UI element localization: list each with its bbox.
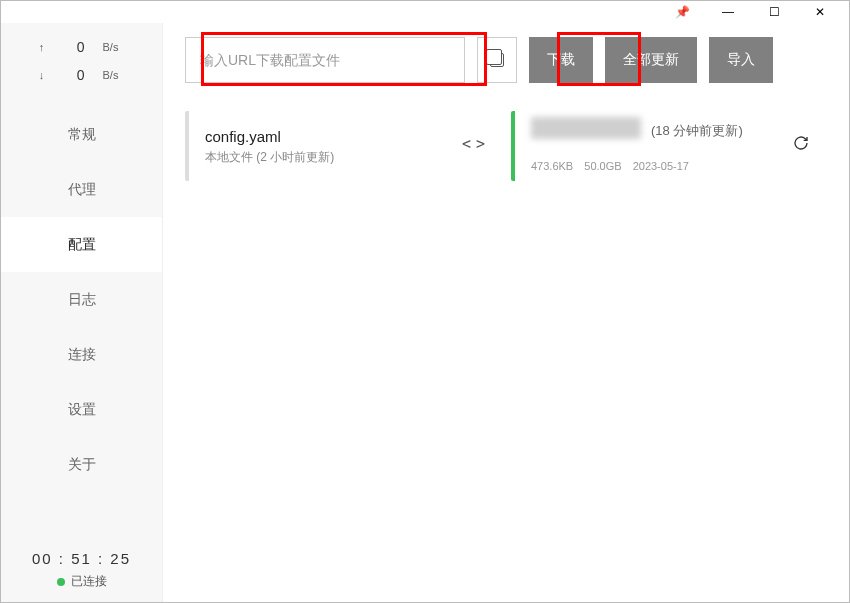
sidebar: ↑ 0 B/s ↓ 0 B/s 常规 代理 配置 日志 连接 设置 关于 [1,23,163,602]
download-speed-value: 0 [65,67,85,83]
status-bar: 00 : 51 : 25 已连接 [1,550,162,590]
pin-button[interactable]: 📌 [659,1,705,23]
status-dot-icon [57,578,65,586]
clipboard-icon [490,53,504,67]
config-card-local[interactable]: config.yaml 本地文件 (2 小时前更新) < > [185,111,495,181]
edit-config-icon[interactable]: < > [462,135,483,153]
upload-speed-unit: B/s [103,41,127,53]
nav-connections[interactable]: 连接 [1,327,162,382]
nav-logs[interactable]: 日志 [1,272,162,327]
paste-button[interactable] [477,37,517,83]
nav-config[interactable]: 配置 [1,217,162,272]
url-input[interactable] [185,37,465,83]
upload-arrow-icon: ↑ [37,41,47,53]
connection-status: 已连接 [1,573,162,590]
pin-icon: 📌 [675,5,690,19]
config-quota: 50.0GB [584,160,621,172]
redacted-name [531,117,641,139]
refresh-config-button[interactable] [793,135,809,155]
config-card-list: config.yaml 本地文件 (2 小时前更新) < > (18 分钟前更新… [185,111,833,181]
maximize-button[interactable]: ☐ [751,1,797,23]
download-arrow-icon: ↓ [37,69,47,81]
refresh-icon [793,135,809,151]
minimize-button[interactable]: — [705,1,751,23]
import-button[interactable]: 导入 [709,37,773,83]
config-date: 2023-05-17 [633,160,689,172]
update-all-button[interactable]: 全部更新 [605,37,697,83]
config-card-subtitle: 本地文件 (2 小时前更新) [205,149,481,166]
titlebar: 📌 — ☐ ✕ [1,1,849,23]
nav-about[interactable]: 关于 [1,437,162,492]
config-card-meta: 473.6KB 50.0GB 2023-05-17 [531,160,807,172]
upload-speed-value: 0 [65,39,85,55]
nav: 常规 代理 配置 日志 连接 设置 关于 [1,107,162,492]
config-card-remote[interactable]: (18 分钟前更新) 473.6KB 50.0GB 2023-05-17 [511,111,821,181]
nav-proxy[interactable]: 代理 [1,162,162,217]
speed-indicator: ↑ 0 B/s ↓ 0 B/s [1,23,162,93]
uptime-timer: 00 : 51 : 25 [1,550,162,567]
config-card-updated: (18 分钟前更新) [651,122,807,140]
close-button[interactable]: ✕ [797,1,843,23]
download-button[interactable]: 下载 [529,37,593,83]
config-size: 473.6KB [531,160,573,172]
download-speed-unit: B/s [103,69,127,81]
config-card-title: config.yaml [205,128,281,145]
main-panel: 下载 全部更新 导入 config.yaml 本地文件 (2 小时前更新) < … [163,23,849,602]
nav-settings[interactable]: 设置 [1,382,162,437]
connection-status-label: 已连接 [71,573,107,590]
nav-general[interactable]: 常规 [1,107,162,162]
config-toolbar: 下载 全部更新 导入 [185,37,833,83]
